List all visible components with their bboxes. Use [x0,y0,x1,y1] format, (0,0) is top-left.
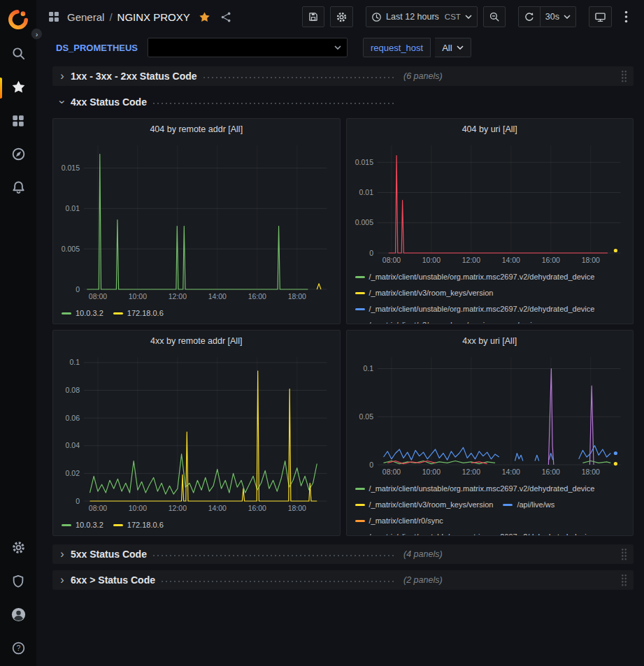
refresh-interval-label: 30s [545,12,559,22]
sidebar-item-configuration[interactable] [0,532,36,565]
sidebar-item-profile[interactable] [0,599,36,632]
chevron-right-icon: › [57,549,68,560]
grafana-app: ? › General / NGINX PROXY [0,0,644,666]
legend-item[interactable]: /_matrix/client/unstable/org.matrix.msc2… [355,302,595,316]
svg-text:0: 0 [369,249,373,257]
legend-swatch [113,524,123,526]
row-dotted-leader [162,581,396,582]
legend-item[interactable]: 10.0.3.2 [62,518,103,532]
row-4xx[interactable]: › 4xx Status Code [52,92,634,112]
legend-item[interactable]: /_matrix/client/v3/room_keys/version [355,318,494,324]
chevron-right-icon: › [57,574,68,586]
more-options-kebab[interactable] [617,6,634,27]
legend-swatch [355,488,365,490]
svg-text:0.01: 0.01 [359,188,373,196]
sidebar-item-server-admin[interactable] [0,565,36,599]
legend-item[interactable]: /_matrix/client/unstable/org.matrix.msc2… [355,270,595,284]
svg-text:10:00: 10:00 [422,256,440,264]
legend-item[interactable]: /api/live/ws [503,498,554,512]
dashboard-settings-button[interactable] [330,6,353,27]
legend-item[interactable]: /sw.js [503,318,536,324]
svg-text:0.02: 0.02 [66,469,80,477]
dashboard-body: › 1xx - 3xx - 2xx Status Code (6 panels)… [36,61,644,666]
panel-title[interactable]: 4xx by remote addr [All] [53,331,340,352]
zoom-out-button[interactable] [483,6,506,27]
search-icon [11,46,26,63]
legend-item[interactable]: /_matrix/client/v3/room_keys/version [355,498,494,512]
panel-grid: 404 by remote addr [All] 08:0010:0012:00… [52,118,634,536]
sidebar-item-search[interactable] [0,38,36,71]
row-5xx[interactable]: › 5xx Status Code (4 panels) [52,544,634,564]
dashboards-grid-icon [11,114,25,130]
svg-text:0.04: 0.04 [66,441,80,449]
refresh-icon [524,11,535,22]
legend-label: /_matrix/client/unstable/org.matrix.msc2… [369,305,595,313]
row-6xx[interactable]: › 6xx > Status Code (2 panels) [52,570,634,590]
kebab-icon [624,10,628,23]
row-drag-handle[interactable] [621,70,627,82]
chevron-down-icon [457,45,464,50]
sidebar-item-explore[interactable] [0,138,36,172]
svg-text:0.08: 0.08 [66,386,80,394]
row-panel-count: (2 panels) [403,575,443,585]
grafana-logo-icon [8,9,29,30]
svg-text:08:00: 08:00 [89,292,107,301]
chevron-down-icon [465,15,472,19]
panel-title[interactable]: 404 by uri [All] [347,119,634,140]
apps-grid-icon [48,10,60,23]
row-dotted-leader [153,555,396,556]
legend-item[interactable]: /_matrix/client/unstable/org.matrix.msc2… [355,530,595,535]
row-dotted-leader [153,103,396,104]
legend-item[interactable]: 172.18.0.6 [113,518,164,532]
sidebar-expand-button[interactable]: › [31,28,43,40]
svg-text:12:00: 12:00 [169,504,187,512]
legend-item[interactable]: /_matrix/client/unstable/org.matrix.msc2… [355,482,595,495]
legend-label: /_matrix/client/unstable/org.matrix.msc2… [369,273,595,281]
row-title[interactable]: 6xx > Status Code [71,574,155,586]
dashboard-title[interactable]: NGINX PROXY [117,11,190,23]
svg-text:0.015: 0.015 [62,164,80,172]
row-1xx-3xx-2xx[interactable]: › 1xx - 3xx - 2xx Status Code (6 panels) [52,66,634,86]
refresh-button[interactable] [518,6,541,27]
sidebar-item-help[interactable]: ? [0,632,36,666]
datasource-variable-label[interactable]: DS_PROMETHEUS [56,43,138,53]
panel-title[interactable]: 404 by remote addr [All] [53,119,340,140]
row-drag-handle[interactable] [621,548,627,560]
grafana-logo[interactable] [4,6,32,34]
row-left: › 6xx > Status Code [57,574,396,586]
svg-text:18:00: 18:00 [581,468,599,476]
svg-text:0.06: 0.06 [66,414,80,422]
topbar: General / NGINX PROXY Last 12 hours [36,0,644,34]
tv-mode-button[interactable] [589,6,612,27]
legend-item[interactable]: 10.0.3.2 [62,306,103,320]
panel-title[interactable]: 4xx by uri [All] [347,331,634,352]
legend-swatch [113,312,123,314]
sidebar-item-starred[interactable] [0,71,36,105]
sidebar-item-alerting[interactable] [0,172,36,205]
save-dashboard-button[interactable] [302,6,324,27]
svg-text:16:00: 16:00 [541,256,559,264]
row-left: › 4xx Status Code [57,96,396,108]
legend-item[interactable]: /_matrix/client/v3/room_keys/version [355,286,494,300]
sidebar-item-dashboards[interactable] [0,105,36,138]
datasource-variable-select[interactable] [148,38,348,57]
breadcrumb-folder[interactable]: General [67,11,104,23]
request-host-value-text: All [442,43,452,53]
time-range-picker[interactable]: Last 12 hours CST [366,6,478,27]
panel-404-by-uri: 404 by uri [All] 08:0010:0012:0014:0016:… [346,118,634,324]
row-drag-handle[interactable] [621,574,627,586]
favorite-star-button[interactable] [196,8,213,26]
legend-item[interactable]: /_matrix/client/r0/sync [355,514,443,528]
share-dashboard-button[interactable] [217,8,235,26]
row-title[interactable]: 1xx - 3xx - 2xx Status Code [71,71,197,82]
chevron-down-icon [334,45,341,50]
row-left: › 1xx - 3xx - 2xx Status Code [57,71,396,82]
legend-label: 10.0.3.2 [76,309,103,317]
row-title[interactable]: 5xx Status Code [71,549,147,560]
request-host-variable-select[interactable]: All [435,38,471,57]
svg-text:0.05: 0.05 [359,412,373,421]
svg-text:10:00: 10:00 [422,468,440,476]
row-title[interactable]: 4xx Status Code [71,96,147,108]
refresh-interval-select[interactable]: 30s [541,6,576,27]
legend-item[interactable]: 172.18.0.6 [113,306,164,320]
